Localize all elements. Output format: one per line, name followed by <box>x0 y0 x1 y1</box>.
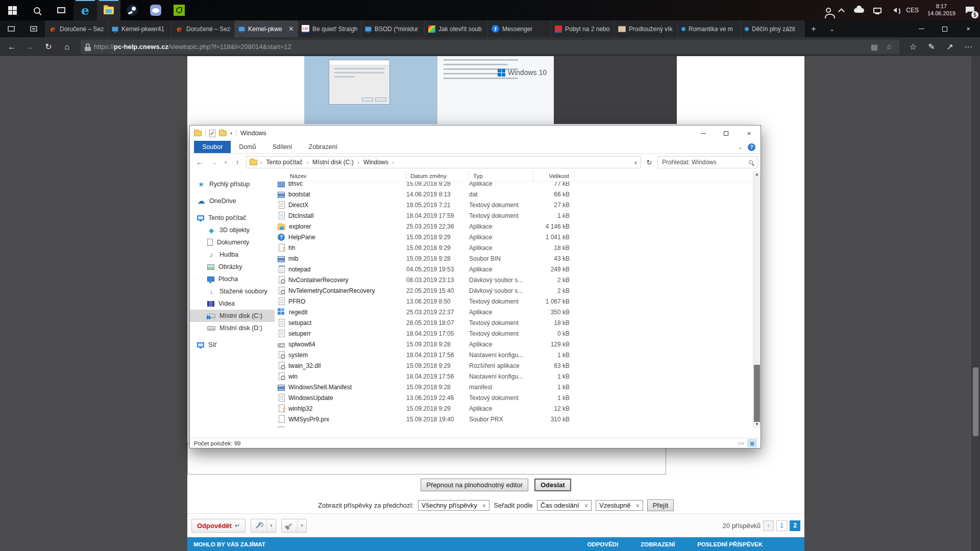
file-row[interactable]: bootstat14.06.2019 8:13dat66 kB <box>275 189 753 199</box>
favorite-star-icon[interactable]: ☆ <box>884 43 894 51</box>
sidebar-item-hudba[interactable]: ♪Hudba <box>190 248 275 261</box>
file-row[interactable]: winhlp3215.09.2018 9:29Aplikace12 kB <box>275 403 753 414</box>
browser-tab[interactable]: CZCBe quiet! Straigh <box>298 20 361 37</box>
tray-overflow-button[interactable] <box>836 0 849 20</box>
browser-maximize-button[interactable] <box>933 20 957 37</box>
browser-tab[interactable]: BSOD (*minidur <box>361 20 425 37</box>
breadcrumb[interactable]: › Tento počítač › Místní disk (C:) › Win… <box>246 156 641 168</box>
share-button[interactable]: ↗ <box>941 39 959 55</box>
page-scrollbar-thumb[interactable] <box>973 367 978 436</box>
file-row[interactable]: NvTelemetryContainerRecovery22.05.2019 1… <box>275 285 753 296</box>
new-folder-icon[interactable] <box>219 131 227 136</box>
browser-tab[interactable]: Kernel-pkwe✕ <box>235 20 298 37</box>
sidebar-item-onedrive[interactable]: ☁OneDrive <box>190 195 275 207</box>
file-row[interactable]: WMSysPr9.prx15.09.2018 19:40Soubor PRX31… <box>275 414 753 424</box>
sidebar-item-sta-en-soubory[interactable]: ↓Stažené soubory <box>190 285 275 297</box>
sidebar-item-dokumenty[interactable]: Dokumenty <box>190 236 275 248</box>
submit-button[interactable]: Odeslat <box>534 479 571 491</box>
network-tray-button[interactable] <box>869 0 886 20</box>
file-row[interactable]: setupact28.05.2019 18:07Textový dokument… <box>275 317 753 328</box>
browser-tab[interactable]: Jak otevřít soub <box>425 20 488 37</box>
clock[interactable]: 8:1714.06.2019 <box>923 0 960 20</box>
tab-list-dropdown-button[interactable]: ⌄ <box>823 20 841 37</box>
sidebar-item-plocha[interactable]: Plocha <box>190 273 275 285</box>
file-row[interactable]: PFRO13.06.2019 8:50Textový dokument1 067… <box>275 296 753 307</box>
explorer-scrollbar-thumb[interactable] <box>754 365 760 422</box>
taskbar-nvidia-button[interactable] <box>167 0 191 20</box>
sidebar-item-3d-objekty[interactable]: ◆3D objekty <box>190 224 275 236</box>
taskbar-steam-button[interactable] <box>120 0 144 20</box>
ribbon-tab-zobrazeni[interactable]: Zobrazení <box>301 141 346 153</box>
previous-page-button[interactable]: ‹ <box>763 520 774 531</box>
file-row[interactable]: twain_32.dll15.09.2018 9:29Rozšíření apl… <box>275 360 753 371</box>
start-button[interactable] <box>0 0 24 20</box>
browser-tab[interactable]: Kernel-pkwer41 <box>108 20 172 37</box>
address-bar[interactable]: https://pc-help.cnews.cz/viewtopic.php?f… <box>81 40 899 54</box>
moderator-tools-dropdown[interactable]: ▾ <box>297 519 306 532</box>
explorer-maximize-button[interactable] <box>715 126 738 141</box>
ribbon-tab-domu[interactable]: Domů <box>231 141 264 153</box>
sidebar-item-obr-zky[interactable]: Obrázky <box>190 261 275 273</box>
go-button[interactable]: Přejít <box>647 499 674 511</box>
taskbar-search-button[interactable] <box>24 0 49 20</box>
breadcrumb-windows[interactable]: Windows <box>362 159 389 166</box>
file-row[interactable]: WindowsShell.Manifest15.09.2018 9:28mani… <box>275 382 753 392</box>
file-row[interactable]: bfsvc15.09.2018 9:28Aplikace77 kB <box>275 182 753 189</box>
explorer-back-button[interactable]: ← <box>193 156 206 168</box>
onedrive-tray-button[interactable] <box>849 0 869 20</box>
volume-tray-button[interactable] <box>886 0 901 20</box>
switch-editor-button[interactable]: Přepnout na plnohodnotný editor <box>421 479 528 491</box>
browser-tab[interactable]: eDoručené – Sezn <box>45 20 108 37</box>
file-row[interactable]: DtcInstall18.04.2019 17:59Textový dokume… <box>275 210 753 221</box>
explorer-close-button[interactable]: × <box>738 126 761 141</box>
home-button[interactable]: ⌂ <box>58 39 76 55</box>
tab-close-icon[interactable]: ✕ <box>287 25 294 33</box>
ribbon-tab-sdileni[interactable]: Sdílení <box>264 141 301 153</box>
file-row[interactable]: hh15.09.2018 9:29Aplikace18 kB <box>275 242 753 253</box>
file-row[interactable]: notepad04.05.2019 19:53Aplikace249 kB <box>275 264 753 274</box>
file-row[interactable]: DirectX19.05.2019 7:21Textový dokument27… <box>275 199 753 210</box>
browser-close-button[interactable]: × <box>957 20 980 37</box>
taskbar-edge-button[interactable]: e <box>74 0 97 20</box>
page-number-2[interactable]: 2 <box>790 520 800 531</box>
ribbon-tab-soubor[interactable]: Soubor <box>194 141 231 153</box>
explorer-up-button[interactable]: ↑ <box>231 156 244 168</box>
file-row[interactable]: ?HelpPane15.09.2018 9:29Aplikace1 041 kB <box>275 232 753 242</box>
scroll-down-icon[interactable]: ▼ <box>755 422 759 427</box>
favorites-hub-button[interactable]: ☆ <box>904 39 922 55</box>
forward-button[interactable]: → <box>21 39 39 55</box>
embedded-screenshot-image[interactable]: Windows 10 <box>304 56 677 124</box>
page-number-1[interactable]: 1 <box>776 520 787 531</box>
file-row[interactable]: NvContainerRecovery08.03.2019 23:13Dávko… <box>275 274 753 285</box>
topic-tools-button[interactable]: ▾ <box>251 519 276 533</box>
properties-check-icon[interactable]: ✓ <box>209 130 215 137</box>
explorer-minimize-button[interactable] <box>692 126 715 141</box>
breadcrumb-tento-pocitac[interactable]: Tento počítač <box>265 159 303 166</box>
language-indicator[interactable]: CES <box>901 0 923 20</box>
file-row[interactable]: setuperr18.04.2019 17:05Textový dokument… <box>275 328 753 339</box>
explorer-scrollbar[interactable]: ▲ ▼ <box>753 171 761 428</box>
taskbar-file-explorer-button[interactable] <box>97 0 120 20</box>
reading-view-icon[interactable]: ▤ <box>869 43 879 51</box>
explorer-refresh-button[interactable]: ↻ <box>643 156 655 168</box>
browser-tab[interactable]: Prodloužený vík <box>615 20 678 37</box>
action-center-button[interactable]: 5 <box>960 0 980 20</box>
explorer-search-box[interactable]: Prohledat: Windows <box>657 156 757 168</box>
breadcrumb-mistni-disk-c[interactable]: Místní disk (C:) <box>311 159 355 166</box>
sidebar-item-tento-po-ta-[interactable]: Tento počítač <box>190 212 275 224</box>
web-note-button[interactable]: ✎ <box>923 39 940 55</box>
show-posts-select[interactable]: Všechny příspěvky∨ <box>418 500 489 511</box>
sidebar-item-s-[interactable]: Síť <box>190 339 275 351</box>
task-view-button[interactable] <box>49 0 74 20</box>
column-header-nazev[interactable]: Název <box>275 171 406 181</box>
tabs-preview-button[interactable] <box>22 20 45 37</box>
sidebar-item-videa[interactable]: Videa <box>190 297 275 310</box>
expand-ribbon-button[interactable]: ⌄ <box>739 144 743 150</box>
sidebar-item-rychl-p-stup[interactable]: ★Rychlý přístup <box>190 178 275 190</box>
sort-order-select[interactable]: Vzestupně∨ <box>596 500 643 511</box>
explorer-forward-button[interactable]: → <box>207 156 220 168</box>
explorer-title-bar[interactable]: ✓ ▾ Windows × <box>190 126 761 141</box>
address-dropdown[interactable]: ∨ <box>634 160 638 165</box>
settings-more-button[interactable]: ··· <box>960 39 977 55</box>
topic-tools-dropdown[interactable]: ▾ <box>266 519 276 532</box>
